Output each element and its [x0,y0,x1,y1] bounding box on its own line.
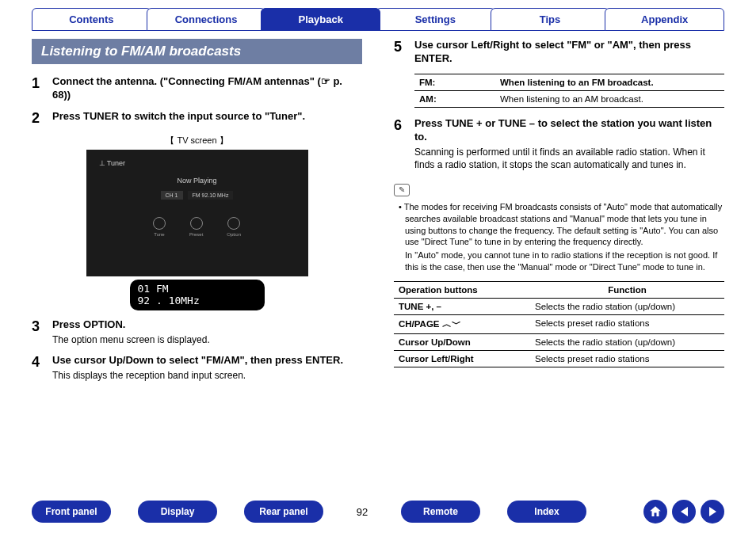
step-4: 4 Use cursor Up/Down to select "FM/AM", … [32,354,362,382]
step-text: Press TUNE + or TUNE – to select the sta… [414,117,724,144]
table-row: CH/PAGE ︿﹀Selects preset radio stations [394,315,724,334]
remote-button[interactable]: Remote [401,501,480,523]
step-6: 6 Press TUNE + or TUNE – to select the s… [394,117,724,171]
step-2: 2 Press TUNER to switch the input source… [32,110,362,127]
tv-screen-label: 【 TV screen 】 [32,135,362,147]
step-5: 5 Use cursor Left/Right to select "FM" o… [394,39,724,66]
step-text: Connect the antenna. ("Connecting FM/AM … [52,75,362,102]
lcd-line-2: 92 . 10MHz [138,295,257,307]
step-text: Press OPTION. [52,318,362,332]
rear-panel-button[interactable]: Rear panel [244,501,323,523]
am-desc: When listening to an AM broadcast. [495,90,724,107]
tab-contents[interactable]: Contents [32,8,151,31]
tv-channel: CH 1 [161,191,183,200]
ops-col-2: Function [530,282,724,299]
tv-option-icon: Option [227,217,241,237]
step-number: 3 [32,318,44,346]
fm-desc: When listening to an FM broadcast. [495,74,724,90]
right-column: 5 Use cursor Left/Right to select "FM" o… [394,39,724,390]
antenna-icon: ⊥ [99,159,107,167]
ops-col-1: Operation buttons [394,282,530,299]
note-bullet-2: In "Auto" mode, you cannot tune in to ra… [394,249,724,273]
next-page-icon[interactable] [701,500,724,523]
note-icon: ✎ [394,184,410,196]
step-number: 6 [394,117,407,171]
step-text: Use cursor Up/Down to select "FM/AM", th… [52,354,362,367]
index-button[interactable]: Index [507,501,586,523]
step-text: Use cursor Left/Right to select "FM" or … [414,39,724,66]
fm-am-table: FM:When listening to an FM broadcast. AM… [414,74,724,108]
display-button[interactable]: Display [138,501,217,523]
tv-preset-icon: Preset [189,217,203,237]
note-bullet-1: • The modes for receiving FM broadcasts … [394,201,724,248]
lcd-display: 01 FM 92 . 10MHz [130,280,265,310]
step-text: Press TUNER to switch the input source t… [52,110,362,124]
table-row: Cursor Left/RightSelects preset radio st… [394,351,724,367]
tab-connections[interactable]: Connections [147,8,266,31]
top-nav: Contents Connections Playback Settings T… [0,0,756,31]
home-icon[interactable] [643,500,667,523]
tv-frequency: FM 92.10 MHz [188,191,234,200]
step-desc: The option menu screen is displayed. [52,333,362,346]
table-row: Cursor Up/DownSelects the radio station … [394,334,724,351]
section-title: Listening to FM/AM broadcasts [32,39,362,64]
lcd-line-1: 01 FM [138,283,257,295]
step-number: 4 [32,354,44,382]
step-desc: Scanning is performed until it finds an … [414,146,724,171]
am-label: AM: [414,90,495,107]
tv-tuner-label: Tuner [107,159,125,167]
tab-tips[interactable]: Tips [491,8,610,31]
tv-tune-icon: Tune [153,217,166,237]
left-column: Listening to FM/AM broadcasts 1 Connect … [32,39,362,390]
step-number: 2 [32,110,44,127]
step-number: 5 [394,39,407,66]
fm-label: FM: [414,74,495,90]
prev-page-icon[interactable] [672,500,696,523]
tv-now-playing: Now Playing [99,177,296,185]
table-row: TUNE +, –Selects the radio station (up/d… [394,299,724,315]
tab-playback[interactable]: Playback [261,8,380,31]
footer: Front panel Display Rear panel 92 Remote… [0,500,756,523]
step-number: 1 [32,75,44,102]
step-3: 3 Press OPTION. The option menu screen i… [32,318,362,346]
front-panel-button[interactable]: Front panel [32,501,111,523]
tv-screen-preview: ⊥ Tuner Now Playing CH 1 FM 92.10 MHz Tu… [86,150,308,276]
operation-buttons-table: Operation buttons Function TUNE +, –Sele… [394,281,724,367]
tab-settings[interactable]: Settings [376,8,495,31]
step-desc: This displays the reception band input s… [52,369,362,382]
tab-appendix[interactable]: Appendix [605,8,724,31]
step-1: 1 Connect the antenna. ("Connecting FM/A… [32,75,362,102]
page-number: 92 [350,506,374,518]
